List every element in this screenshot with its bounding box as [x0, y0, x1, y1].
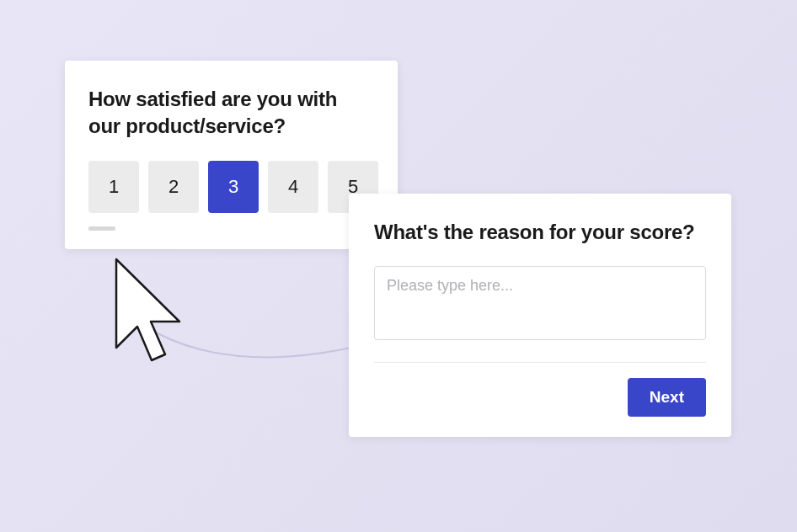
connector-curve [152, 311, 371, 379]
rating-options-row: 1 2 3 4 5 [88, 161, 374, 213]
rating-question: How satisfied are you with our product/s… [88, 86, 374, 141]
cursor-icon [99, 255, 192, 381]
rating-option-1[interactable]: 1 [88, 161, 139, 213]
next-button[interactable]: Next [628, 378, 706, 417]
reason-card: What's the reason for your score? Next [349, 194, 731, 437]
rating-option-3[interactable]: 3 [208, 161, 259, 213]
rating-card: How satisfied are you with our product/s… [65, 61, 398, 249]
reason-input[interactable] [374, 266, 706, 340]
rating-option-2[interactable]: 2 [148, 161, 199, 213]
reason-question: What's the reason for your score? [374, 219, 706, 246]
rating-option-4[interactable]: 4 [268, 161, 318, 213]
progress-indicator [88, 226, 115, 231]
card-footer: Next [374, 362, 706, 417]
